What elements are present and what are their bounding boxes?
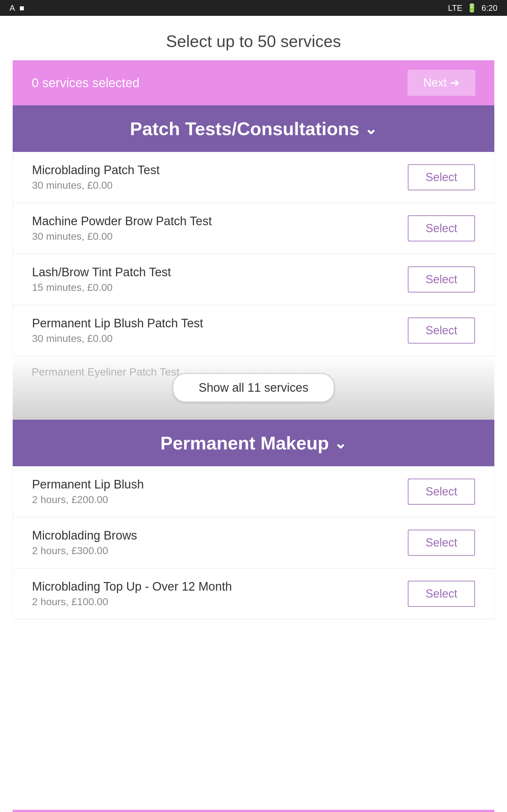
bottom-banner: 0 services selected Next ➜: [13, 810, 494, 812]
service-info: Lash/Brow Tint Patch Test 15 minutes, £0…: [32, 265, 171, 293]
service-name: Microblading Patch Test: [32, 163, 160, 177]
service-detail: 2 hours, £100.00: [32, 596, 232, 608]
notification-icon-a: A: [9, 3, 15, 13]
top-next-button[interactable]: Next ➜: [407, 70, 475, 96]
category-title-patch-tests: Patch Tests/Consultations: [130, 118, 359, 139]
service-name: Machine Powder Brow Patch Test: [32, 214, 212, 228]
service-detail: 30 minutes, £0.00: [32, 333, 203, 345]
category-header-permanent-makeup[interactable]: Permanent Makeup ⌄: [13, 420, 494, 466]
category-title-permanent-makeup: Permanent Makeup: [160, 432, 329, 454]
select-button-lash-brow[interactable]: Select: [408, 266, 475, 293]
select-button-perm-lip-blush[interactable]: Select: [408, 478, 475, 505]
service-info: Microblading Patch Test 30 minutes, £0.0…: [32, 163, 160, 191]
spacer: [0, 619, 507, 810]
table-row: Microblading Patch Test 30 minutes, £0.0…: [13, 152, 494, 203]
service-detail: 2 hours, £300.00: [32, 545, 137, 557]
select-button-microblading-brows[interactable]: Select: [408, 530, 475, 556]
service-name: Microblading Top Up - Over 12 Month: [32, 580, 232, 594]
select-button-microblading-topup[interactable]: Select: [408, 581, 475, 607]
select-button-perm-lip-blush-patch[interactable]: Select: [408, 317, 475, 344]
service-name: Microblading Brows: [32, 529, 137, 542]
status-bar-left: A ■: [9, 3, 24, 13]
service-name: Permanent Lip Blush Patch Test: [32, 316, 203, 330]
service-detail: 30 minutes, £0.00: [32, 180, 160, 191]
table-row: Microblading Top Up - Over 12 Month 2 ho…: [13, 568, 494, 619]
show-all-gradient: Show all 11 services: [13, 356, 494, 419]
lte-icon: LTE: [448, 3, 463, 13]
service-info: Microblading Brows 2 hours, £300.00: [32, 529, 137, 557]
clock: 6:20: [481, 3, 498, 13]
service-name: Lash/Brow Tint Patch Test: [32, 265, 171, 279]
chevron-down-icon: ⌄: [364, 120, 377, 138]
service-name: Permanent Lip Blush: [32, 478, 144, 491]
status-bar: A ■ LTE 🔋 6:20: [0, 0, 507, 16]
service-detail: 15 minutes, £0.00: [32, 282, 171, 293]
show-all-container: Permanent Eyeliner Patch Test Show all 1…: [13, 356, 494, 420]
select-button-microblading-patch[interactable]: Select: [408, 164, 475, 190]
battery-icon: 🔋: [467, 3, 477, 13]
chevron-down-icon-2: ⌄: [334, 434, 347, 452]
table-row: Permanent Lip Blush 2 hours, £200.00 Sel…: [13, 466, 494, 517]
page-title: Select up to 50 services: [0, 16, 507, 60]
service-detail: 2 hours, £200.00: [32, 494, 144, 506]
show-all-button[interactable]: Show all 11 services: [173, 373, 334, 402]
top-banner: 0 services selected Next ➜: [13, 60, 494, 105]
page-content: Select up to 50 services 0 services sele…: [0, 16, 507, 812]
table-row: Lash/Brow Tint Patch Test 15 minutes, £0…: [13, 254, 494, 305]
top-selected-text: 0 services selected: [32, 76, 139, 90]
status-bar-right: LTE 🔋 6:20: [448, 3, 498, 13]
service-list-permanent-makeup: Permanent Lip Blush 2 hours, £200.00 Sel…: [13, 466, 494, 619]
table-row: Machine Powder Brow Patch Test 30 minute…: [13, 203, 494, 254]
table-row: Permanent Lip Blush Patch Test 30 minute…: [13, 305, 494, 356]
service-info: Microblading Top Up - Over 12 Month 2 ho…: [32, 580, 232, 608]
service-info: Permanent Lip Blush 2 hours, £200.00: [32, 478, 144, 506]
notification-icon-square: ■: [19, 3, 24, 13]
category-header-patch-tests[interactable]: Patch Tests/Consultations ⌄: [13, 105, 494, 152]
select-button-machine-powder[interactable]: Select: [408, 215, 475, 241]
table-row: Microblading Brows 2 hours, £300.00 Sele…: [13, 517, 494, 568]
service-list-patch-tests: Microblading Patch Test 30 minutes, £0.0…: [13, 152, 494, 356]
service-info: Machine Powder Brow Patch Test 30 minute…: [32, 214, 212, 242]
service-detail: 30 minutes, £0.00: [32, 231, 212, 242]
service-info: Permanent Lip Blush Patch Test 30 minute…: [32, 316, 203, 345]
